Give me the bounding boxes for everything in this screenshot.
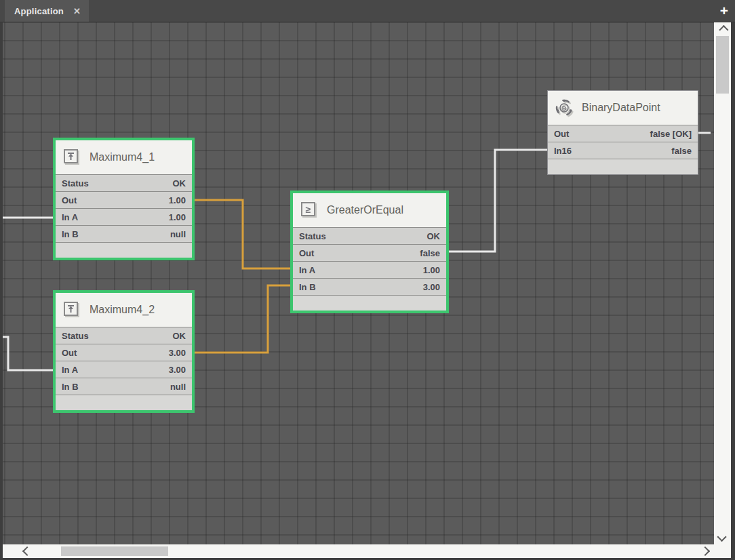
node-maximum4-1[interactable]: Maximum4_1 Status OK Out 1.00 In A 1.00 …: [53, 138, 195, 260]
row-label: Status: [62, 331, 89, 341]
node-row[interactable]: Out 1.00: [56, 191, 192, 208]
row-label: In A: [62, 212, 78, 222]
chevron-up-icon: [719, 25, 728, 35]
chevron-down-icon: [717, 532, 726, 542]
node-row[interactable]: In B null: [56, 225, 192, 242]
row-value: OK: [173, 178, 186, 188]
horizontal-scrollbar[interactable]: [3, 544, 714, 558]
row-label: In16: [554, 146, 572, 156]
row-label: In A: [62, 365, 78, 375]
scroll-right-button[interactable]: [696, 544, 714, 558]
node-footer: [293, 295, 446, 311]
row-value: null: [170, 229, 186, 239]
chevron-right-icon: [700, 546, 710, 556]
row-label: Out: [62, 195, 77, 205]
horizontal-scrollbar-thumb[interactable]: [61, 546, 168, 556]
tab-bar: Application ✕ +: [0, 0, 735, 22]
row-label: Status: [62, 178, 89, 188]
node-header: Maximum4_1: [56, 140, 192, 174]
node-row[interactable]: In A 1.00: [293, 261, 446, 278]
greater-or-equal-icon: ≥: [299, 200, 319, 220]
maximum-icon: [62, 300, 82, 320]
scroll-down-button[interactable]: [714, 529, 731, 544]
row-value: false: [671, 146, 692, 156]
chevron-left-icon: [22, 546, 32, 556]
row-value: 3.00: [169, 348, 186, 358]
node-maximum4-2[interactable]: Maximum4_2 Status OK Out 3.00 In A 3.00 …: [53, 290, 195, 413]
svg-text:≥: ≥: [306, 204, 311, 215]
add-tab-icon[interactable]: +: [720, 1, 728, 20]
node-binarydatapoint[interactable]: B BinaryDataPoint Out false [OK] In16 fa…: [547, 90, 698, 175]
row-value: 3.00: [169, 365, 186, 375]
node-header: B BinaryDataPoint: [548, 91, 698, 125]
node-header: ≥ GreaterOrEqual: [293, 193, 446, 227]
node-row[interactable]: Status OK: [56, 174, 192, 191]
node-row[interactable]: Status OK: [56, 327, 192, 344]
row-value: false [OK]: [650, 129, 692, 139]
row-value: 1.00: [423, 265, 440, 275]
row-label: In B: [299, 282, 316, 292]
node-title: BinaryDataPoint: [582, 102, 660, 114]
row-value: null: [170, 382, 186, 392]
row-label: Status: [299, 231, 326, 241]
row-value: 1.00: [169, 195, 186, 205]
close-icon[interactable]: ✕: [73, 7, 81, 16]
node-footer: [56, 242, 192, 258]
node-title: Maximum4_2: [90, 304, 155, 316]
node-greaterorequal[interactable]: ≥ GreaterOrEqual Status OK Out false In …: [290, 191, 449, 313]
tab-label: Application: [14, 6, 64, 16]
scroll-up-button[interactable]: [714, 22, 731, 37]
node-row[interactable]: In B 3.00: [293, 278, 446, 295]
vertical-scrollbar[interactable]: [714, 22, 731, 544]
vertical-scrollbar-thumb[interactable]: [716, 36, 729, 94]
row-value: OK: [173, 331, 186, 341]
node-title: GreaterOrEqual: [327, 204, 403, 216]
node-row[interactable]: Out false [OK]: [548, 125, 698, 142]
row-label: In A: [299, 265, 315, 275]
window-edge-left: [0, 22, 3, 558]
node-row[interactable]: Out 3.00: [56, 344, 192, 361]
node-row[interactable]: In A 3.00: [56, 361, 192, 378]
svg-text:B: B: [562, 105, 567, 112]
row-value: 1.00: [169, 212, 186, 222]
row-label: In B: [62, 382, 79, 392]
scroll-left-button[interactable]: [18, 544, 37, 558]
row-label: Out: [554, 129, 569, 139]
node-header: Maximum4_2: [56, 293, 192, 327]
row-label: In B: [62, 229, 79, 239]
row-value: false: [420, 248, 440, 258]
node-row[interactable]: In B null: [56, 378, 192, 395]
row-label: Out: [299, 248, 314, 258]
node-footer: [548, 159, 698, 174]
maximum-icon: [62, 147, 82, 167]
tab-application[interactable]: Application ✕: [5, 0, 89, 22]
row-value: OK: [427, 231, 441, 241]
node-footer: [56, 395, 192, 410]
window-edge-right: [731, 22, 735, 560]
node-row[interactable]: In A 1.00: [56, 208, 192, 225]
node-row[interactable]: Out false: [293, 244, 446, 261]
row-label: Out: [62, 348, 77, 358]
row-value: 3.00: [423, 282, 440, 292]
node-row[interactable]: Status OK: [293, 227, 446, 244]
node-title: Maximum4_1: [90, 151, 155, 163]
binary-data-point-icon: B: [554, 98, 574, 118]
node-row[interactable]: In16 false: [548, 142, 698, 159]
scrollbar-corner: [714, 544, 731, 558]
